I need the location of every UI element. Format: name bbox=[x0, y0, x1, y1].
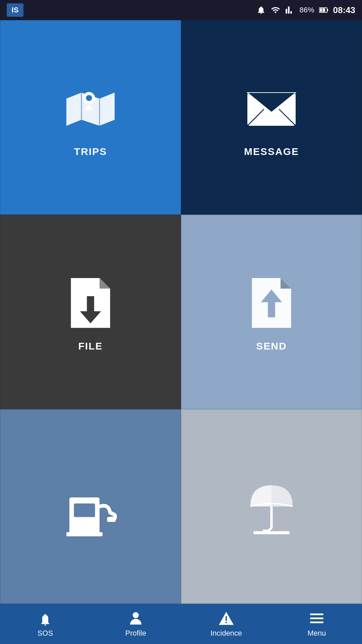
trips-cell[interactable]: TRIPS bbox=[0, 20, 181, 215]
svg-rect-1 bbox=[327, 9, 328, 11]
vacation-icon bbox=[241, 476, 302, 537]
svg-rect-27 bbox=[310, 622, 323, 623]
send-cell[interactable]: SEND bbox=[181, 215, 362, 409]
file-label: FILE bbox=[78, 340, 103, 352]
svg-rect-18 bbox=[107, 517, 116, 522]
profile-label: Profile bbox=[125, 629, 146, 638]
svg-point-6 bbox=[86, 95, 92, 101]
send-label: SEND bbox=[256, 340, 287, 352]
svg-rect-11 bbox=[87, 296, 94, 313]
trips-icon bbox=[60, 77, 121, 138]
trips-label: TRIPS bbox=[74, 146, 107, 157]
battery-icon bbox=[319, 7, 328, 13]
svg-rect-13 bbox=[268, 301, 275, 318]
status-bar: IS 86% 08:43 bbox=[0, 0, 362, 20]
svg-rect-23 bbox=[226, 616, 227, 621]
profile-person-icon bbox=[127, 610, 144, 627]
message-cell[interactable]: MESSAGE bbox=[181, 20, 362, 215]
bottom-nav: SOS Profile Incidence Menu bbox=[0, 604, 362, 644]
svg-rect-17 bbox=[66, 532, 103, 537]
status-time: 08:43 bbox=[333, 5, 356, 15]
sos-bell-icon bbox=[37, 610, 54, 627]
svg-rect-26 bbox=[310, 618, 323, 619]
sos-label: SOS bbox=[38, 629, 53, 638]
alarm-icon bbox=[256, 5, 266, 15]
svg-rect-20 bbox=[253, 531, 290, 534]
svg-rect-25 bbox=[310, 613, 323, 615]
incidence-label: Incidence bbox=[210, 629, 242, 638]
svg-rect-16 bbox=[74, 503, 95, 517]
nav-profile[interactable]: Profile bbox=[90, 610, 181, 638]
message-icon bbox=[241, 77, 302, 138]
svg-point-21 bbox=[133, 612, 139, 618]
file-icon bbox=[60, 272, 121, 332]
main-grid: TRIPS MESSAGE FILE bbox=[0, 20, 362, 604]
file-cell[interactable]: FILE bbox=[0, 215, 181, 409]
status-bar-right: 86% 08:43 bbox=[256, 5, 355, 15]
menu-hamburger-icon bbox=[308, 610, 325, 627]
fuel-icon bbox=[60, 476, 121, 537]
nav-menu[interactable]: Menu bbox=[272, 610, 362, 638]
wifi-icon bbox=[270, 5, 281, 15]
status-bar-left: IS bbox=[7, 3, 23, 17]
signal-icon bbox=[285, 5, 295, 15]
app-logo: IS bbox=[7, 3, 23, 17]
incidence-warning-icon bbox=[218, 610, 235, 627]
fuel-cell[interactable] bbox=[0, 409, 181, 604]
vacation-cell[interactable] bbox=[181, 409, 362, 604]
message-label: MESSAGE bbox=[244, 146, 299, 157]
send-icon bbox=[241, 272, 302, 332]
battery-level: 86% bbox=[299, 6, 314, 14]
menu-label: Menu bbox=[307, 629, 326, 638]
nav-incidence[interactable]: Incidence bbox=[181, 610, 272, 638]
svg-rect-24 bbox=[226, 622, 227, 623]
nav-sos[interactable]: SOS bbox=[0, 610, 90, 638]
